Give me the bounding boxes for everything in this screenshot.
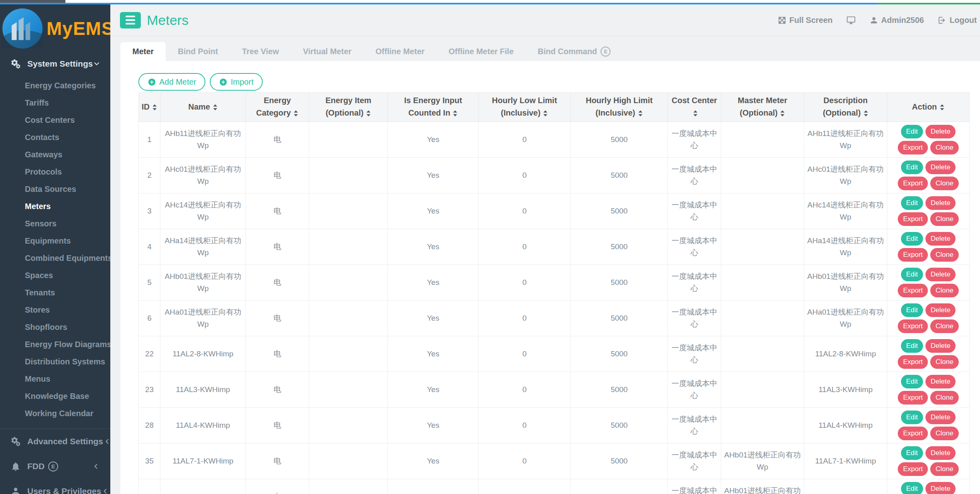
column-header-hourly-high-limit-inclusive[interactable]: Hourly High Limit (Inclusive) [570,93,668,122]
column-header-id[interactable]: ID [139,93,160,122]
sidebar-toggle-button[interactable] [120,12,141,28]
user-menu[interactable]: Admin2506 [869,16,924,25]
edit-button[interactable]: Edit [901,411,923,424]
export-button[interactable]: Export [898,319,928,333]
sort-icon [780,108,785,120]
sidebar-item-sensors[interactable]: Sensors [0,215,110,232]
tab-tree-view[interactable]: Tree View [230,42,291,61]
sidebar-item-combined-equipments[interactable]: Combined Equipments [0,250,110,267]
sidebar-item-data-sources[interactable]: Data Sources [0,181,110,198]
sidebar-item-shopfloors[interactable]: Shopfloors [0,319,110,336]
delete-button[interactable]: Delete [925,375,956,388]
tab-offline-meter-file[interactable]: Offline Meter File [436,42,526,61]
import-button[interactable]: Import [210,73,263,91]
clone-button[interactable]: Clone [930,212,958,226]
clone-button[interactable]: Clone [930,319,958,333]
delete-button[interactable]: Delete [925,446,956,460]
sidebar-item-working-calendar[interactable]: Working Calendar [0,405,110,422]
column-header-energy-item-optional[interactable]: Energy Item (Optional) [309,93,388,122]
clone-button[interactable]: Clone [930,248,958,262]
delete-button[interactable]: Delete [925,339,956,353]
tab-bind-point[interactable]: Bind Point [166,42,230,61]
edit-button[interactable]: Edit [901,196,923,210]
full-screen-button[interactable]: Full Screen [777,16,833,25]
edit-button[interactable]: Edit [901,125,923,138]
edit-button[interactable]: Edit [901,303,923,317]
clone-button[interactable]: Clone [930,284,958,297]
column-header-action[interactable]: Action [887,93,969,122]
sidebar-item-contacts[interactable]: Contacts [0,129,110,146]
clone-button[interactable]: Clone [930,141,958,155]
edit-button[interactable]: Edit [901,339,923,353]
export-button[interactable]: Export [898,462,928,476]
export-button[interactable]: Export [898,248,928,262]
sidebar-item-meters[interactable]: Meters [0,198,110,215]
export-button[interactable]: Export [898,141,928,155]
delete-button[interactable]: Delete [925,125,956,138]
clone-button[interactable]: Clone [930,355,958,369]
sidebar-item-distribution-systems[interactable]: Distribution Systems [0,353,110,370]
column-header-name[interactable]: Name [160,93,246,122]
monitor-button[interactable] [846,16,856,25]
column-header-is-energy-input-counted-in[interactable]: Is Energy Input Counted In [388,93,479,122]
sort-icon [366,108,371,120]
sidebar-section-system-settings[interactable]: System Settings [0,53,110,75]
export-button[interactable]: Export [898,391,928,405]
delete-button[interactable]: Delete [925,482,956,494]
column-header-energy-category[interactable]: Energy Category [246,93,309,122]
clone-button[interactable]: Clone [930,177,958,190]
sidebar-item-menus[interactable]: Menus [0,370,110,388]
export-button[interactable]: Export [898,427,928,440]
export-button[interactable]: Export [898,284,928,297]
sidebar-item-protocols[interactable]: Protocols [0,163,110,181]
export-button[interactable]: Export [898,212,928,226]
cell-master-meter [721,336,804,372]
logo[interactable]: MyEMS [0,4,110,53]
sidebar-section-users-privileges[interactable]: Users & Privileges [0,479,110,494]
sidebar-section-advanced-settings[interactable]: Advanced Settings [0,429,110,454]
delete-button[interactable]: Delete [925,196,956,210]
column-header-hourly-low-limit-inclusive[interactable]: Hourly Low Limit (Inclusive) [479,93,571,122]
sidebar-item-tenants[interactable]: Tenants [0,284,110,301]
edit-button[interactable]: Edit [901,161,923,174]
logo-text: MyEMS [47,18,110,39]
delete-button[interactable]: Delete [925,411,956,424]
tab-offline-meter[interactable]: Offline Meter [363,42,436,61]
sidebar-item-stores[interactable]: Stores [0,301,110,319]
delete-button[interactable]: Delete [925,303,956,317]
clone-button[interactable]: Clone [930,462,958,476]
export-button[interactable]: Export [898,355,928,369]
column-header-master-meter-optional[interactable]: Master Meter (Optional) [721,93,804,122]
tab-virtual-meter[interactable]: Virtual Meter [291,42,363,61]
delete-button[interactable]: Delete [925,232,956,246]
cell-description: AHa01进线柜正向有功Wp [804,301,887,336]
cell-master-meter [721,158,804,193]
sidebar-item-cost-centers[interactable]: Cost Centers [0,112,110,129]
cell-counted-in: Yes [388,193,479,229]
delete-button[interactable]: Delete [925,161,956,174]
edit-button[interactable]: Edit [901,446,923,460]
add-meter-button[interactable]: Add Meter [138,73,205,91]
tab-meter[interactable]: Meter [120,42,166,61]
sidebar-section-fdd[interactable]: FDDE [0,454,110,479]
export-button[interactable]: Export [898,177,928,190]
edit-button[interactable]: Edit [901,375,923,388]
sidebar-item-equipments[interactable]: Equipments [0,232,110,250]
logout-button[interactable]: Logout [937,16,977,25]
column-header-description-optional[interactable]: Description (Optional) [804,93,887,122]
edit-button[interactable]: Edit [901,482,923,494]
sidebar-item-tariffs[interactable]: Tariffs [0,94,110,112]
clone-button[interactable]: Clone [930,391,958,405]
delete-button[interactable]: Delete [925,268,956,281]
edit-button[interactable]: Edit [901,268,923,281]
sidebar-item-knowledge-base[interactable]: Knowledge Base [0,388,110,405]
clone-button[interactable]: Clone [930,427,958,440]
column-header-cost-center[interactable]: Cost Center [668,93,721,122]
sidebar-item-gateways[interactable]: Gateways [0,146,110,163]
sidebar-item-energy-flow-diagrams[interactable]: Energy Flow Diagrams [0,336,110,353]
cell-cost-center: 一度城成本中心 [668,229,721,265]
edit-button[interactable]: Edit [901,232,923,246]
tab-bind-command[interactable]: Bind CommandE [526,42,623,61]
sidebar-item-energy-categories[interactable]: Energy Categories [0,77,110,94]
sidebar-item-spaces[interactable]: Spaces [0,267,110,284]
